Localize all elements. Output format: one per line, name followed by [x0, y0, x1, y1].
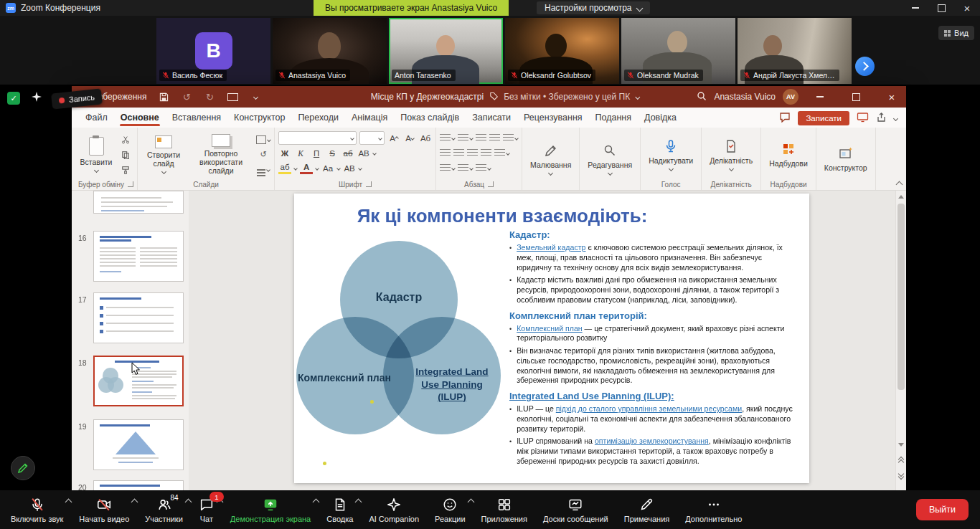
increase-font-icon[interactable]: А — [387, 132, 400, 144]
addins-button[interactable]: Надбудови — [765, 130, 812, 178]
toolbar-item-mic-off[interactable]: Включить звук — [3, 490, 71, 529]
participant-tile[interactable]: Anton Tarasenko — [389, 18, 503, 84]
participant-tile[interactable]: Oleksandr Golubtsov — [505, 18, 619, 84]
slide-link[interactable]: Комплексний план — [517, 324, 583, 333]
leave-button[interactable]: Выйти — [916, 499, 969, 520]
toolbar-item-summary[interactable]: Сводка — [319, 490, 361, 529]
decrease-indent-icon[interactable] — [476, 132, 486, 144]
font-size-input[interactable] — [359, 131, 385, 145]
ribbon-tab-10[interactable]: Довідка — [638, 108, 683, 128]
slide-layout-icon[interactable] — [256, 133, 270, 146]
slide-thumbnail-17[interactable] — [93, 292, 184, 343]
toolbar-item-apps[interactable]: Приложения — [473, 490, 535, 529]
strikethrough-icon[interactable]: S — [326, 147, 339, 159]
toolbar-item-whiteboard[interactable]: Доски сообщений — [535, 490, 616, 529]
toolbar-item-camera-off[interactable]: Начать видео — [71, 490, 137, 529]
close-button[interactable]: × — [954, 0, 980, 16]
ribbon-tab-8[interactable]: Рецензування — [517, 108, 588, 128]
ppt-close-button[interactable]: × — [877, 86, 906, 108]
comments-icon[interactable] — [779, 112, 791, 125]
ribbon-tab-4[interactable]: Переходи — [291, 108, 345, 128]
view-settings-dropdown[interactable]: Настройки просмотра — [537, 1, 650, 14]
annotate-button[interactable] — [11, 456, 35, 480]
editing-menu-button[interactable]: Редагування — [583, 128, 636, 190]
vertical-scrollbar[interactable] — [895, 191, 906, 490]
subscript-icon[interactable]: аб — [341, 147, 354, 159]
next-slide-button[interactable] — [898, 472, 904, 480]
scrollbar-thumb[interactable] — [897, 204, 905, 390]
font-color-icon[interactable]: А — [300, 162, 313, 174]
dialog-launcher-icon[interactable] — [366, 181, 372, 187]
next-participants-button[interactable] — [855, 57, 875, 76]
smartart-convert-icon[interactable] — [476, 162, 491, 174]
record-button[interactable]: Записати — [798, 111, 849, 125]
slide-canvas[interactable]: Як ці компоненти взаємодіють: Кадастр Ко… — [294, 194, 809, 483]
previous-slide-button[interactable] — [898, 457, 904, 465]
align-center-icon[interactable] — [453, 147, 464, 159]
participant-tile[interactable]: BВасиль Фесюк — [156, 18, 270, 84]
ribbon-tab-6[interactable]: Показ слайдів — [394, 108, 466, 128]
scroll-down-icon[interactable] — [898, 443, 904, 447]
account-name[interactable]: Anastasia Vuico — [714, 92, 776, 102]
redo-icon[interactable]: ↻ — [204, 91, 215, 103]
numbering-icon[interactable] — [458, 132, 473, 144]
ribbon-tab-9[interactable]: Подання — [589, 108, 638, 128]
decrease-font-icon[interactable]: А — [403, 132, 416, 144]
section-icon[interactable] — [256, 163, 270, 176]
ribbon-tab-7[interactable]: Записати — [466, 108, 517, 128]
ribbon-tab-2[interactable]: Вставлення — [166, 108, 227, 128]
ppt-minimize-button[interactable] — [806, 86, 834, 108]
slide-link[interactable]: підхід до сталого управління земельними … — [556, 404, 742, 413]
underline-icon[interactable]: П — [310, 147, 323, 159]
new-slide-button[interactable]: Створити слайд — [141, 130, 186, 178]
slide-link[interactable]: Земельний кадастр — [517, 243, 585, 252]
justify-icon[interactable] — [481, 147, 491, 159]
collapse-ribbon-icon[interactable] — [896, 181, 903, 189]
toolbar-item-screen-share[interactable]: Демонстрация экрана — [222, 490, 319, 529]
format-painter-icon[interactable] — [118, 163, 133, 176]
undo-icon[interactable]: ↺ — [181, 91, 192, 103]
line-spacing-icon[interactable] — [503, 132, 518, 144]
ribbon-tab-1[interactable]: Основне — [114, 108, 166, 128]
cut-icon[interactable] — [118, 133, 133, 146]
change-case-icon[interactable]: Аа — [321, 162, 334, 174]
drawing-menu-button[interactable]: Малювання — [526, 128, 575, 190]
share-chevron-icon[interactable] — [893, 115, 898, 120]
toolbar-item-ai[interactable]: AI Companion — [361, 490, 427, 529]
designer-button[interactable]: Конструктор — [820, 128, 872, 190]
ribbon-tab-3[interactable]: Конструктор — [227, 108, 291, 128]
align-right-icon[interactable] — [467, 147, 478, 159]
toolbar-item-chat[interactable]: Чат1 — [191, 490, 222, 529]
increase-indent-icon[interactable] — [489, 132, 500, 144]
text-direction-icon[interactable] — [440, 162, 455, 174]
minimize-button[interactable] — [903, 0, 928, 16]
share-icon[interactable] — [876, 112, 887, 125]
reuse-slides-button[interactable]: Повторно використати слайди — [190, 130, 252, 178]
present-icon[interactable] — [857, 112, 869, 125]
toolbar-item-reactions[interactable]: Реакции — [427, 490, 473, 529]
sensitivity-button[interactable]: Делікатність — [705, 130, 757, 178]
dialog-launcher-icon[interactable] — [128, 181, 133, 187]
view-layout-button[interactable]: Вид — [938, 26, 974, 40]
participant-tile[interactable]: Anastasiya Vuico — [273, 18, 387, 84]
quick-access-chevron-icon[interactable] — [250, 91, 261, 103]
clear-formatting-icon[interactable]: Аб — [419, 132, 432, 144]
maximize-button[interactable] — [928, 0, 954, 16]
toolbar-item-participants[interactable]: Участники84 — [137, 490, 191, 529]
reset-slide-icon[interactable]: ↺ — [256, 148, 270, 161]
copy-icon[interactable] — [118, 148, 133, 161]
scroll-up-icon[interactable] — [898, 195, 904, 199]
toolbar-item-notes[interactable]: Примечания — [616, 490, 678, 529]
label-tag-icon[interactable] — [489, 92, 498, 103]
account-avatar[interactable]: AV — [783, 89, 798, 105]
toolbar-item-more[interactable]: Дополнительно — [677, 490, 750, 529]
save-icon[interactable] — [158, 91, 169, 103]
align-text-icon[interactable] — [458, 162, 473, 174]
highlight-color-icon[interactable]: аб — [278, 162, 291, 174]
dialog-launcher-icon[interactable] — [488, 181, 494, 187]
italic-icon[interactable]: К — [294, 147, 307, 159]
participant-tile[interactable]: Андрій Лакуста Хмел… — [738, 18, 852, 84]
ppt-restore-button[interactable] — [842, 86, 870, 108]
text-shadow-icon[interactable]: АВ — [357, 147, 370, 159]
slide-link[interactable]: оптимізацію землекористування — [595, 437, 709, 445]
